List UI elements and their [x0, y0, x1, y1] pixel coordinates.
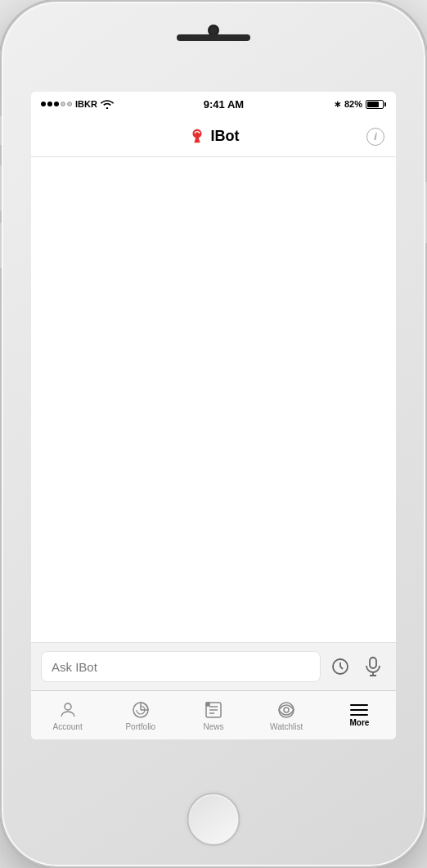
- signal-dot-5: [67, 102, 72, 106]
- tab-portfolio[interactable]: Portfolio: [104, 691, 177, 739]
- tab-portfolio-label: Portfolio: [125, 722, 155, 731]
- status-left: IBKR: [41, 99, 114, 109]
- ibot-logo-icon: [188, 128, 206, 146]
- bluetooth-icon: ∗: [334, 99, 341, 110]
- signal-dot-4: [61, 102, 65, 106]
- status-time: 9:41 AM: [204, 98, 244, 111]
- wifi-icon: [101, 99, 114, 109]
- signal-dot-2: [47, 102, 52, 106]
- news-icon: [204, 700, 223, 720]
- history-button[interactable]: [327, 653, 353, 680]
- volume-down-button[interactable]: [0, 223, 2, 268]
- tab-watchlist[interactable]: Watchlist: [250, 691, 323, 739]
- battery-fill: [367, 102, 379, 107]
- signal-dot-3: [54, 102, 59, 106]
- hamburger-line-2: [350, 709, 368, 711]
- hamburger-icon: [350, 704, 368, 716]
- status-right: ∗ 82%: [334, 99, 386, 110]
- svg-rect-1: [370, 658, 376, 668]
- tab-news-label: News: [204, 722, 224, 731]
- nav-title: IBot: [188, 128, 240, 146]
- svg-point-14: [284, 708, 289, 712]
- battery-percent: 82%: [344, 99, 362, 109]
- tab-account[interactable]: Account: [31, 691, 104, 739]
- watchlist-icon: [276, 700, 296, 720]
- tab-watchlist-label: Watchlist: [270, 722, 303, 731]
- svg-rect-12: [206, 703, 209, 706]
- info-button[interactable]: i: [366, 128, 384, 146]
- phone-frame: IBKR 9:41 AM ∗ 82%: [0, 0, 427, 868]
- screen: IBKR 9:41 AM ∗ 82%: [31, 92, 396, 739]
- signal-strength: [41, 102, 72, 106]
- main-content: [31, 157, 396, 642]
- app-title: IBot: [211, 128, 240, 145]
- microphone-icon: [364, 657, 382, 676]
- home-button[interactable]: [187, 793, 240, 846]
- hamburger-line-3: [350, 714, 368, 716]
- ask-ibot-input[interactable]: [41, 651, 321, 682]
- hamburger-line-1: [350, 704, 368, 706]
- volume-up-button[interactable]: [0, 165, 2, 210]
- battery-tip: [384, 102, 386, 106]
- svg-point-4: [65, 703, 71, 710]
- account-icon: [58, 700, 78, 720]
- portfolio-icon: [131, 700, 151, 720]
- battery-body: [366, 100, 384, 109]
- microphone-button[interactable]: [360, 653, 386, 680]
- tab-more[interactable]: More: [323, 691, 396, 739]
- nav-bar: IBot i: [31, 116, 396, 157]
- input-area: [31, 642, 396, 690]
- status-bar: IBKR 9:41 AM ∗ 82%: [31, 92, 396, 116]
- clock-icon: [330, 657, 350, 676]
- carrier-label: IBKR: [75, 99, 97, 109]
- tab-account-label: Account: [53, 722, 83, 731]
- tab-news[interactable]: News: [177, 691, 249, 739]
- battery-icon: [366, 100, 386, 109]
- tab-more-label: More: [349, 718, 369, 727]
- mute-switch[interactable]: [0, 116, 2, 145]
- tab-bar: Account Portfolio: [31, 690, 396, 739]
- signal-dot-1: [41, 102, 46, 106]
- speaker: [177, 34, 250, 41]
